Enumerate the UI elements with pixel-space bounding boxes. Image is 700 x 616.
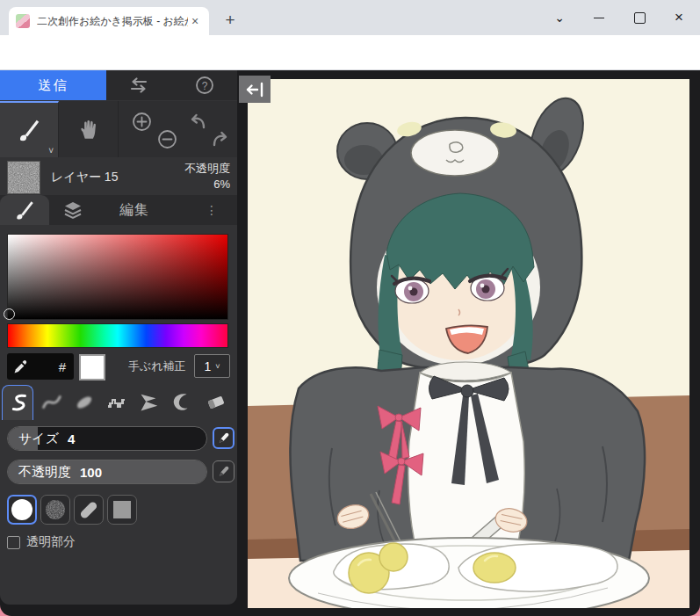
pencil-icon xyxy=(217,465,230,478)
top-action-row: 送信 ? xyxy=(0,70,237,100)
pen-stroke-icon xyxy=(4,390,31,417)
layer-name[interactable]: レイヤー 15 xyxy=(51,170,118,185)
site-favicon xyxy=(16,14,30,28)
zoom-out-icon xyxy=(157,129,177,149)
redo-button[interactable] xyxy=(210,128,231,149)
collapse-left-icon xyxy=(245,82,264,98)
current-color-swatch[interactable] xyxy=(79,354,105,380)
undo-button[interactable] xyxy=(187,111,208,132)
stabilize-label: 手ぶれ補正 xyxy=(128,353,186,380)
brush-type-brush[interactable] xyxy=(165,385,197,420)
tool-panel: 送信 ? ˅ xyxy=(0,70,237,605)
brush-tab-icon xyxy=(13,199,36,221)
brush-tool-button[interactable]: ˅ xyxy=(0,101,59,157)
screen: { "browser": { "tab_title": "二次創作お絵かき掲示板… xyxy=(0,0,700,616)
brush-tip-row xyxy=(0,495,237,526)
browser-tab-strip: 二次創作お絵かき掲示板 - お絵かき × + ⌄ × xyxy=(0,0,700,35)
square-icon xyxy=(113,501,131,518)
zigzag-icon xyxy=(134,389,161,416)
brush-type-ribbon[interactable] xyxy=(132,385,163,420)
browser-tab[interactable]: 二次創作お絵かき掲示板 - お絵かき × xyxy=(9,7,209,35)
tab-edit[interactable]: 編集 xyxy=(119,195,149,225)
brush-options-chevron-icon[interactable]: ˅ xyxy=(48,146,54,156)
panel-tab-row: 編集 ⋮ xyxy=(0,195,237,225)
canvas-artwork[interactable] xyxy=(248,79,689,608)
opacity-label: 不透明度 xyxy=(18,464,71,481)
pixel-stroke-icon xyxy=(103,389,129,416)
brush-icon xyxy=(16,117,42,143)
undo-icon xyxy=(187,111,208,132)
send-button[interactable]: 送信 xyxy=(0,70,106,100)
eyedropper-icon[interactable] xyxy=(13,359,28,374)
svg-text:?: ? xyxy=(201,80,207,92)
saturation-value-picker[interactable] xyxy=(7,234,228,320)
collapse-panel-button[interactable] xyxy=(239,76,271,103)
soft-stroke-icon xyxy=(38,389,64,416)
window-maximize-button[interactable] xyxy=(621,0,658,35)
tip-square[interactable] xyxy=(107,495,137,525)
help-button[interactable]: ? xyxy=(172,70,238,100)
browser-toolbar: ← → ⟳ paintbbs.sakura.ne.jp/oeb/cgi/hank… xyxy=(0,35,700,70)
layer-thumbnail[interactable] xyxy=(7,161,40,194)
sv-picker-ring[interactable] xyxy=(4,308,15,320)
eraser-icon xyxy=(203,389,229,416)
tab-close-icon[interactable]: × xyxy=(188,14,202,28)
color-input-row: # 手ぶれ補正 1 ˅ xyxy=(0,353,237,380)
transparent-checkbox-row: 透明部分 xyxy=(7,534,76,550)
hash-label: # xyxy=(59,359,66,374)
panel-menu-icon[interactable]: ⋮ xyxy=(206,195,218,225)
brush-type-eraser[interactable] xyxy=(200,385,232,420)
opacity-value: 100 xyxy=(80,465,102,480)
hand-icon xyxy=(77,117,100,141)
tab-search-icon[interactable]: ⌄ xyxy=(541,0,578,35)
tip-noise-circle[interactable] xyxy=(40,495,70,525)
layer-opacity-label: 不透明度 xyxy=(184,161,230,177)
redo-icon xyxy=(210,128,231,149)
stabilize-dropdown[interactable]: 1 ˅ xyxy=(194,354,230,378)
size-value: 4 xyxy=(68,431,75,446)
opacity-edit-button[interactable] xyxy=(213,460,235,482)
diagonal-line-icon xyxy=(79,500,98,519)
dropdown-caret-icon: ˅ xyxy=(215,362,220,371)
tip-solid-circle[interactable] xyxy=(7,495,37,525)
size-label: サイズ xyxy=(18,431,59,447)
zoom-out-button[interactable] xyxy=(156,128,177,149)
size-slider[interactable]: サイズ 4 xyxy=(7,426,207,451)
tab-title: 二次創作お絵かき掲示板 - お絵かき xyxy=(37,14,188,29)
hex-input[interactable]: # xyxy=(7,353,74,380)
tab-brush[interactable] xyxy=(0,195,49,225)
tool-row: ˅ xyxy=(0,101,237,157)
new-tab-button[interactable]: + xyxy=(218,9,242,33)
solid-circle-icon xyxy=(11,499,32,520)
swap-colors-button[interactable] xyxy=(106,70,172,100)
transparent-checkbox[interactable] xyxy=(7,536,20,549)
hand-tool-button[interactable] xyxy=(59,101,119,157)
fuzzy-streak-icon xyxy=(71,389,97,416)
brush-type-row xyxy=(0,382,237,421)
paint-app: 送信 ? ˅ xyxy=(0,70,700,616)
layers-icon xyxy=(62,199,83,221)
brush-type-soft-pen[interactable] xyxy=(35,385,67,420)
size-edit-button[interactable] xyxy=(213,427,235,449)
pencil-icon xyxy=(217,431,230,445)
layer-opacity-value: 6% xyxy=(184,177,230,192)
layer-opacity[interactable]: 不透明度 6% xyxy=(184,161,230,192)
tip-diagonal-line[interactable] xyxy=(74,495,104,525)
window-close-button[interactable]: × xyxy=(660,0,697,35)
drawing-canvas[interactable] xyxy=(248,79,689,608)
noise-circle-icon xyxy=(44,498,67,521)
zoom-in-icon xyxy=(132,112,152,132)
transparent-checkbox-label: 透明部分 xyxy=(26,534,76,550)
opacity-slider[interactable]: 不透明度 100 xyxy=(7,460,207,484)
brush-type-dot-pen[interactable] xyxy=(100,385,132,420)
zoom-in-button[interactable] xyxy=(131,111,152,132)
paisley-icon xyxy=(168,389,194,416)
layer-bar: レイヤー 15 不透明度 6% xyxy=(0,159,237,195)
swap-arrows-icon xyxy=(127,76,150,94)
brush-type-pen[interactable] xyxy=(2,385,33,420)
tab-layers[interactable] xyxy=(60,199,86,221)
window-minimize-button[interactable] xyxy=(581,0,617,35)
hue-slider[interactable] xyxy=(7,323,228,348)
help-icon: ? xyxy=(195,76,214,95)
brush-type-watercolor[interactable] xyxy=(69,385,100,420)
